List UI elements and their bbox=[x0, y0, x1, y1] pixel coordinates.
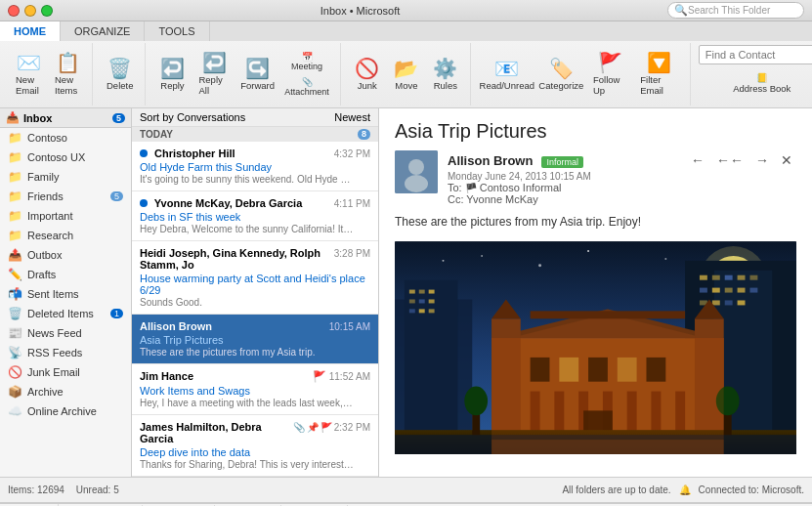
online-archive-icon: ☁️ bbox=[8, 404, 22, 418]
connected-status: Connected to: Microsoft. bbox=[699, 485, 804, 495]
nav-back-all-button[interactable]: ←← bbox=[712, 150, 748, 170]
unread-indicator bbox=[140, 199, 148, 207]
email-list-header: Sort by Conversations Newest bbox=[132, 108, 378, 127]
sidebar-item-contoso-ux[interactable]: 📁 Contoso UX bbox=[0, 148, 131, 167]
categorize-button[interactable]: 🏷️ Categorize bbox=[537, 55, 585, 95]
sidebar-item-outbox[interactable]: 📤 Outbox bbox=[0, 245, 131, 265]
attachment-button[interactable]: 📎 Attachment bbox=[279, 75, 334, 99]
ribbon-group-delete: 🗑️ Delete bbox=[95, 43, 146, 105]
svg-rect-21 bbox=[429, 309, 435, 313]
all-folders-status: All folders are up to date. bbox=[562, 485, 670, 495]
ribbon-group-new: ✉️ New Email 📋 New Items bbox=[4, 43, 93, 105]
svg-rect-12 bbox=[405, 280, 457, 454]
move-button[interactable]: 📂 Move bbox=[388, 55, 425, 95]
sidebar-item-research[interactable]: 📁 Research bbox=[0, 226, 131, 245]
delete-icon: 🗑️ bbox=[107, 59, 132, 78]
svg-point-63 bbox=[464, 387, 488, 416]
folder-icon: 📁 bbox=[8, 150, 22, 164]
sidebar-item-drafts[interactable]: ✏️ Drafts bbox=[0, 265, 131, 284]
nav-forward-button[interactable]: → bbox=[751, 150, 773, 170]
reply-button[interactable]: ↩️ Reply bbox=[153, 55, 191, 95]
svg-point-2 bbox=[405, 175, 428, 192]
address-book-button[interactable]: 📒 Address Book bbox=[727, 68, 796, 98]
tab-organize[interactable]: ORGANIZE bbox=[61, 21, 145, 41]
email-category-tag: Informal bbox=[541, 156, 583, 168]
minimize-button[interactable] bbox=[24, 5, 36, 17]
new-email-icon: ✉️ bbox=[17, 53, 41, 72]
order-label[interactable]: Newest bbox=[334, 111, 370, 123]
sidebar-item-deleted[interactable]: 🗑️ Deleted Items 1 bbox=[0, 304, 131, 323]
svg-rect-25 bbox=[712, 275, 720, 280]
sidebar-item-junk[interactable]: 🚫 Junk Email bbox=[0, 362, 131, 382]
ribbon: HOME ORGANIZE TOOLS ✉️ New Email 📋 New I… bbox=[0, 21, 812, 108]
sidebar-item-important[interactable]: 📁 Important bbox=[0, 206, 131, 226]
ribbon-group-respond: ↩️ Reply ↩️ Reply All ↪️ Forward 📅 Meeti… bbox=[148, 43, 340, 105]
tab-home[interactable]: HOME bbox=[0, 21, 61, 41]
junk-button[interactable]: 🚫 Junk bbox=[349, 55, 386, 95]
cc-value: Yvonne McKay bbox=[466, 193, 537, 205]
delete-button[interactable]: 🗑️ Delete bbox=[101, 55, 139, 95]
sidebar-item-friends[interactable]: 📁 Friends 5 bbox=[0, 187, 131, 206]
svg-point-9 bbox=[587, 250, 589, 252]
drafts-icon: ✏️ bbox=[8, 268, 22, 281]
new-items-button[interactable]: 📋 New Items bbox=[49, 49, 86, 100]
to-value: Contoso Informal bbox=[480, 182, 562, 193]
sidebar-item-rss[interactable]: 📡 RSS Feeds bbox=[0, 343, 131, 362]
folder-search[interactable]: 🔍 Search This Folder bbox=[667, 2, 804, 19]
email-item-6[interactable]: James Halmilton, Debra Garcia 📎 📌 🚩 2:32… bbox=[132, 415, 378, 477]
to-flag-icon: 🏴 bbox=[465, 183, 477, 193]
tab-tools[interactable]: TOOLS bbox=[145, 21, 209, 41]
maximize-button[interactable] bbox=[41, 5, 53, 17]
junk-folder-icon: 🚫 bbox=[8, 365, 22, 379]
svg-rect-16 bbox=[409, 299, 415, 303]
unread-count: Unread: 5 bbox=[76, 485, 119, 495]
new-email-button[interactable]: ✉️ New Email bbox=[10, 49, 47, 100]
email-item-1[interactable]: Christopher Hill 4:32 PM Old Hyde Farm t… bbox=[132, 142, 378, 191]
email-sender: Yvonne McKay, Debra Garcia bbox=[140, 197, 302, 209]
email-sender: James Halmilton, Debra Garcia bbox=[140, 421, 293, 444]
sidebar-item-archive[interactable]: 📦 Archive bbox=[0, 382, 131, 401]
filter-icon: 🔽 bbox=[647, 53, 671, 72]
email-item-2[interactable]: Yvonne McKay, Debra Garcia 4:11 PM Debs … bbox=[132, 191, 378, 241]
rules-icon: ⚙️ bbox=[433, 59, 457, 78]
nav-close-button[interactable]: ✕ bbox=[777, 150, 796, 170]
flag-icon: 🚩 bbox=[313, 370, 326, 383]
sidebar-inbox-count: 5 bbox=[112, 113, 125, 123]
email-item-5[interactable]: Jim Hance 🚩 11:52 AM Work Items and Swag… bbox=[132, 364, 378, 415]
meeting-button[interactable]: 📅 Meeting bbox=[279, 50, 334, 73]
forward-button[interactable]: ↪️ Forward bbox=[237, 55, 278, 95]
sidebar-item-sent[interactable]: 📬 Sent Items bbox=[0, 284, 131, 304]
svg-rect-14 bbox=[419, 290, 425, 294]
follow-up-button[interactable]: 🚩 Follow Up bbox=[587, 49, 632, 100]
sidebar-header: 📥 Inbox 5 bbox=[0, 108, 131, 128]
email-preview: It's going to be sunny this weekend. Old… bbox=[140, 174, 355, 185]
svg-point-8 bbox=[538, 264, 541, 267]
ribbon-group-tags: 📧 Read/Unread 🏷️ Categorize 🚩 Follow Up … bbox=[473, 43, 691, 105]
sidebar-item-online-archive[interactable]: ☁️ Online Archive bbox=[0, 401, 131, 421]
sidebar-item-news[interactable]: 📰 News Feed bbox=[0, 323, 131, 343]
email-subject: Asia Trip Pictures bbox=[140, 334, 370, 346]
email-item-4[interactable]: Allison Brown 10:15 AM Asia Trip Picture… bbox=[132, 315, 378, 364]
statusbar-right: All folders are up to date. 🔔 Connected … bbox=[562, 485, 804, 495]
find-contact-input[interactable] bbox=[699, 45, 812, 64]
rules-button[interactable]: ⚙️ Rules bbox=[427, 55, 464, 95]
nav-back-button[interactable]: ← bbox=[687, 150, 708, 170]
svg-rect-30 bbox=[712, 288, 720, 293]
read-unread-button[interactable]: 📧 Read/Unread bbox=[479, 55, 535, 95]
email-item-3[interactable]: Heidi Joseph, Gina Kennedy, Rolph Stamm,… bbox=[132, 241, 378, 315]
filter-email-button[interactable]: 🔽 Filter Email bbox=[634, 49, 684, 100]
folder-icon: 📁 bbox=[8, 190, 22, 203]
folder-icon: 📁 bbox=[8, 209, 22, 223]
reply-all-button[interactable]: ↩️ Reply All bbox=[192, 49, 235, 100]
deleted-icon: 🗑️ bbox=[8, 307, 22, 320]
sidebar-item-family[interactable]: 📁 Family bbox=[0, 167, 131, 187]
sidebar-item-contoso[interactable]: 📁 Contoso bbox=[0, 128, 131, 148]
svg-rect-24 bbox=[700, 275, 707, 280]
cc-label: Cc: bbox=[448, 193, 466, 205]
close-button[interactable] bbox=[8, 5, 20, 17]
email-subject: Deep dive into the data bbox=[140, 446, 370, 458]
svg-rect-33 bbox=[749, 288, 757, 293]
email-time: 4:32 PM bbox=[334, 148, 370, 159]
sort-label[interactable]: Sort by Conversations bbox=[140, 111, 245, 123]
svg-rect-29 bbox=[700, 288, 707, 293]
